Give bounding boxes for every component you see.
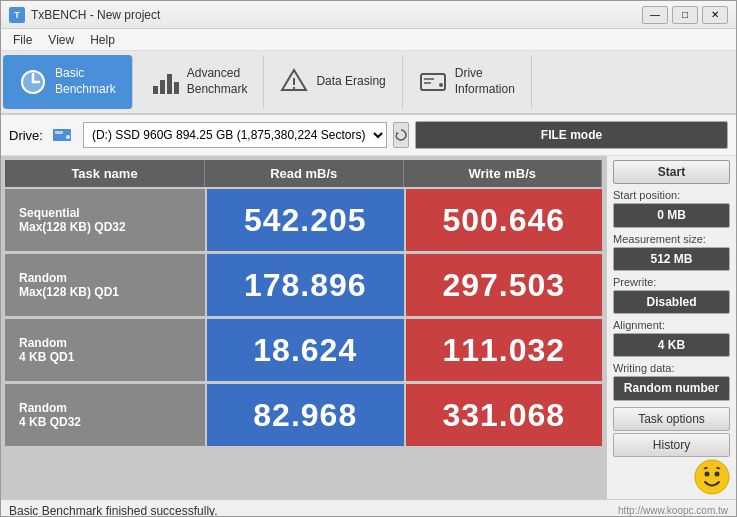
svg-rect-5: [174, 82, 179, 94]
writing-data-value[interactable]: Random number: [613, 376, 730, 400]
app-icon: T: [9, 7, 25, 23]
svg-rect-3: [160, 80, 165, 94]
alignment-value[interactable]: 4 KB: [613, 333, 730, 357]
status-message: Basic Benchmark finished successfully.: [9, 504, 218, 518]
window-controls: — □ ✕: [642, 6, 728, 24]
status-bar: Basic Benchmark finished successfully. h…: [1, 499, 736, 517]
svg-point-19: [715, 472, 720, 477]
toolbar-data-erasing[interactable]: Data Erasing: [264, 55, 402, 109]
writing-data-label: Writing data:: [613, 362, 730, 374]
row-2-read: 178.896: [207, 254, 404, 316]
drive-select[interactable]: (D:) SSD 960G 894.25 GB (1,875,380,224 S…: [83, 122, 387, 148]
row-4-read: 82.968: [207, 384, 404, 446]
advanced-benchmark-label: AdvancedBenchmark: [187, 66, 248, 97]
benchmark-header: Task name Read mB/s Write mB/s: [5, 160, 602, 187]
row-1-label: SequentialMax(128 KB) QD32: [5, 189, 205, 251]
row-1-write: 500.646: [406, 189, 603, 251]
maximize-button[interactable]: □: [672, 6, 698, 24]
svg-rect-4: [167, 74, 172, 94]
title-bar: T TxBENCH - New project — □ ✕: [1, 1, 736, 29]
svg-point-15: [66, 135, 70, 139]
basic-benchmark-label: BasicBenchmark: [55, 66, 116, 97]
measurement-size-value[interactable]: 512 MB: [613, 247, 730, 271]
drive-icon: [53, 128, 73, 142]
refresh-icon: [394, 128, 408, 142]
drive-label-text: Drive:: [9, 128, 43, 143]
svg-marker-16: [396, 132, 399, 135]
prewrite-label: Prewrite:: [613, 276, 730, 288]
menu-file[interactable]: File: [5, 31, 40, 49]
watermark-icon: [694, 459, 730, 495]
row-4-write: 331.068: [406, 384, 603, 446]
start-position-value[interactable]: 0 MB: [613, 203, 730, 227]
row-3-read: 18.624: [207, 319, 404, 381]
svg-point-18: [705, 472, 710, 477]
task-options-button[interactable]: Task options: [613, 407, 730, 431]
window-title: TxBENCH - New project: [31, 8, 642, 22]
measurement-size-label: Measurement size:: [613, 233, 730, 245]
table-row: Random4 KB QD1 18.624 111.032: [5, 319, 602, 381]
toolbar-advanced-benchmark[interactable]: AdvancedBenchmark: [135, 55, 265, 109]
toolbar-drive-information[interactable]: DriveInformation: [403, 55, 532, 109]
drive-row: Drive: (D:) SSD 960G 894.25 GB (1,875,38…: [1, 115, 736, 156]
svg-rect-2: [153, 86, 158, 94]
start-button[interactable]: Start: [613, 160, 730, 184]
svg-point-10: [439, 83, 443, 87]
table-row: RandomMax(128 KB) QD1 178.896 297.503: [5, 254, 602, 316]
alignment-label: Alignment:: [613, 319, 730, 331]
prewrite-value[interactable]: Disabled: [613, 290, 730, 314]
drive-information-icon: [419, 68, 447, 96]
menu-bar: File View Help: [1, 29, 736, 51]
svg-point-8: [293, 87, 295, 89]
header-write: Write mB/s: [404, 160, 603, 187]
data-erasing-label: Data Erasing: [316, 74, 385, 90]
data-erasing-icon: [280, 68, 308, 96]
row-1-read: 542.205: [207, 189, 404, 251]
svg-point-17: [695, 460, 729, 494]
table-row: SequentialMax(128 KB) QD32 542.205 500.6…: [5, 189, 602, 251]
history-button[interactable]: History: [613, 433, 730, 457]
file-mode-button[interactable]: FILE mode: [415, 121, 728, 149]
row-2-label: RandomMax(128 KB) QD1: [5, 254, 205, 316]
advanced-benchmark-icon: [151, 68, 179, 96]
main-area: Task name Read mB/s Write mB/s Sequentia…: [1, 156, 736, 499]
watermark-url: http://www.koopc.com.tw: [618, 505, 728, 516]
drive-refresh-button[interactable]: [393, 122, 409, 148]
benchmark-area: Task name Read mB/s Write mB/s Sequentia…: [1, 156, 606, 499]
close-button[interactable]: ✕: [702, 6, 728, 24]
basic-benchmark-icon: [19, 68, 47, 96]
menu-help[interactable]: Help: [82, 31, 123, 49]
svg-rect-9: [421, 74, 445, 90]
svg-rect-14: [55, 131, 63, 134]
minimize-button[interactable]: —: [642, 6, 668, 24]
drive-information-label: DriveInformation: [455, 66, 515, 97]
row-3-label: Random4 KB QD1: [5, 319, 205, 381]
start-position-label: Start position:: [613, 189, 730, 201]
row-2-write: 297.503: [406, 254, 603, 316]
toolbar: BasicBenchmark AdvancedBenchmark Data Er…: [1, 51, 736, 115]
row-3-write: 111.032: [406, 319, 603, 381]
toolbar-basic-benchmark[interactable]: BasicBenchmark: [3, 55, 133, 109]
menu-view[interactable]: View: [40, 31, 82, 49]
row-4-label: Random4 KB QD32: [5, 384, 205, 446]
right-panel: Start Start position: 0 MB Measurement s…: [606, 156, 736, 499]
svg-rect-13: [53, 129, 71, 141]
header-task-name: Task name: [5, 160, 205, 187]
header-read: Read mB/s: [205, 160, 404, 187]
table-row: Random4 KB QD32 82.968 331.068: [5, 384, 602, 446]
watermark-area: [613, 459, 730, 495]
